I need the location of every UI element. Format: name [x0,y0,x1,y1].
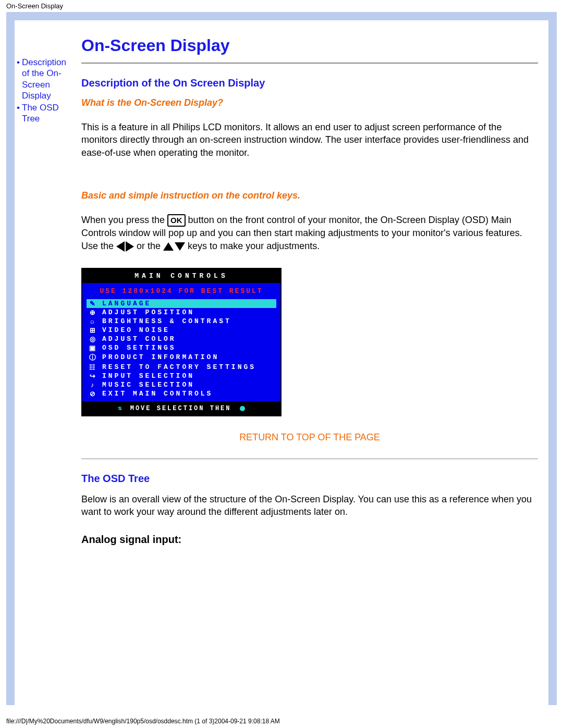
osd-ok-dot-icon [240,406,245,411]
paragraph-osd-description: This is a feature in all Philips LCD mon… [81,121,538,159]
arrow-up-icon [163,242,174,251]
osd-item-icon: ♪ [87,381,98,389]
osd-menu-item[interactable]: ⊞VIDEO NOISE [87,326,276,335]
ok-button-icon: OK [167,214,186,227]
osd-item-label: RESET TO FACTORY SETTINGS [102,363,256,371]
osd-item-icon: ☼ [87,317,98,325]
paragraph-control-keys: When you press the OK button on the fron… [81,214,538,252]
sidebar-item-description[interactable]: Description of the On-Screen Display [17,57,74,101]
osd-menu-item[interactable]: ☼BRIGHTNESS & CONTRAST [87,317,276,326]
osd-item-label: ADJUST POSITION [102,309,194,316]
text-fragment: or the [137,241,163,251]
osd-menu-item[interactable]: ☷RESET TO FACTORY SETTINGS [87,363,276,372]
header-label: On-Screen Display [0,0,563,12]
osd-menu-item[interactable]: ◎ADJUST COLOR [87,335,276,343]
osd-menu-item[interactable]: ↪INPUT SELECTION [87,372,276,380]
osd-item-label: LANGUAGE [102,300,151,307]
subheading-analog-input: Analog signal input: [81,534,538,546]
osd-item-icon: ⓘ [87,353,98,362]
text-fragment: When you press the [81,215,167,225]
return-to-top-link[interactable]: RETURN TO TOP OF THE PAGE [81,432,538,443]
osd-item-label: MUSIC SELECTION [102,381,194,389]
osd-resolution-warning: USE 1280x1024 FOR BEST RESULT [82,283,280,299]
section-heading-osd-tree: The OSD Tree [81,473,538,485]
osd-panel: MAIN CONTROLS USE 1280x1024 FOR BEST RES… [81,268,282,416]
osd-menu-item[interactable]: ⓘPRODUCT INFORMATION [87,352,276,363]
footer-file-path: file:///D|/My%20Documents/dfu/W9/english… [6,718,280,725]
osd-item-icon: ⊞ [87,326,98,334]
osd-item-icon: ⊘ [87,390,98,398]
osd-menu-item[interactable]: ♪MUSIC SELECTION [87,380,276,389]
text-fragment: keys to make your adjustments. [188,241,320,251]
osd-item-icon: ⊕ [87,309,98,316]
arrow-right-icon [126,241,134,252]
arrow-down-icon [175,242,185,251]
divider [81,459,538,459]
divider [81,63,538,64]
osd-item-icon: ☷ [87,363,98,371]
osd-item-label: INPUT SELECTION [102,372,194,380]
osd-move-icon: ⇅ [118,405,121,412]
sidebar: Description of the On-Screen Display The… [15,20,76,126]
sidebar-item-osd-tree[interactable]: The OSD Tree [17,102,74,125]
osd-footer-text: MOVE SELECTION THEN [130,405,231,412]
osd-item-icon: ▣ [87,344,98,352]
osd-item-label: BRIGHTNESS & CONTRAST [102,317,231,325]
osd-item-label: PRODUCT INFORMATION [102,353,219,361]
osd-footer: ⇅ MOVE SELECTION THEN [82,401,280,415]
osd-menu-item[interactable]: ▣OSD SETTINGS [87,343,276,352]
osd-menu-item[interactable]: ⊕ADJUST POSITION [87,308,276,317]
arrow-left-icon [116,241,125,252]
osd-item-icon: ✎ [87,300,98,307]
sidebar-item-label: Description of the On-Screen Display [22,57,66,101]
osd-menu-item[interactable]: ✎LANGUAGE [87,299,276,308]
osd-menu-item[interactable]: ⊘EXIT MAIN CONTROLS [87,389,276,398]
subheading-what-is-osd: What is the On-Screen Display? [81,97,538,108]
content-frame: Description of the On-Screen Display The… [6,12,557,705]
page-title: On-Screen Display [81,36,538,55]
osd-menu-list: ✎LANGUAGE⊕ADJUST POSITION☼BRIGHTNESS & C… [82,299,280,401]
osd-item-icon: ↪ [87,372,98,380]
paragraph-osd-tree: Below is an overall view of the structur… [81,493,538,519]
osd-item-label: OSD SETTINGS [102,344,176,352]
osd-item-label: VIDEO NOISE [102,326,170,334]
main-content: On-Screen Display Description of the On … [76,20,548,551]
osd-item-label: EXIT MAIN CONTROLS [102,390,213,398]
sidebar-item-label: The OSD Tree [22,103,59,124]
subheading-control-keys: Basic and simple instruction on the cont… [81,190,538,201]
section-heading-description: Description of the On Screen Display [81,77,538,89]
osd-title: MAIN CONTROLS [82,269,280,283]
osd-item-label: ADJUST COLOR [102,335,176,343]
osd-item-icon: ◎ [87,335,98,343]
